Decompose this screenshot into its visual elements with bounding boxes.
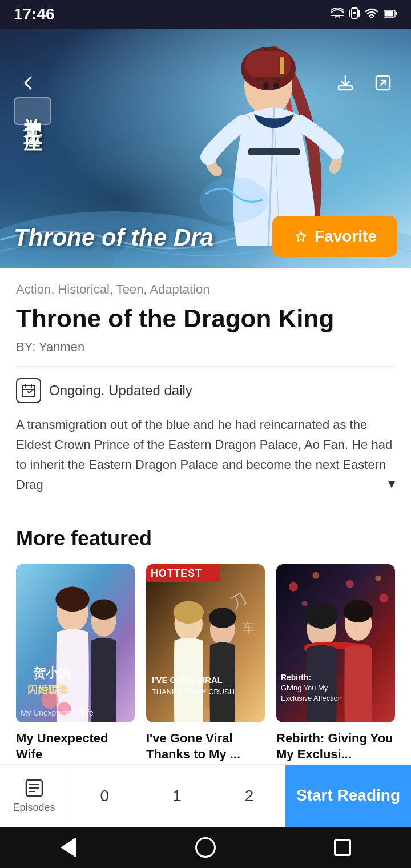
nav-home-button[interactable] <box>188 830 223 865</box>
page-num-0[interactable]: 0 <box>89 775 121 817</box>
featured-item-2[interactable]: HOTTEST I'VE GONE VIRAL THANKS TO MY CRU… <box>146 564 265 763</box>
svg-text:Exclusive Affection: Exclusive Affection <box>281 693 342 702</box>
svg-rect-1 <box>336 16 339 18</box>
featured-name-1: My Unexpected Wife <box>16 730 135 763</box>
status-icon-box <box>16 378 41 403</box>
featured-section: More featured <box>0 509 411 775</box>
wifi-icon <box>365 8 378 21</box>
svg-text:车: 车 <box>242 620 255 634</box>
system-nav-bar <box>0 827 411 868</box>
page-numbers: 0 1 2 <box>68 775 285 817</box>
svg-point-51 <box>375 575 381 581</box>
svg-rect-8 <box>385 11 393 16</box>
svg-point-55 <box>306 604 337 629</box>
back-button[interactable] <box>14 69 42 97</box>
expand-description-button[interactable]: ▾ <box>382 473 395 495</box>
bottom-bar: Episodes 0 1 2 Start Reading <box>0 764 411 827</box>
svg-rect-36 <box>146 564 265 722</box>
featured-name-2: I've Gone Viral Thanks to My ... <box>146 730 265 763</box>
svg-point-30 <box>90 599 118 620</box>
featured-grid: 贺小的 闪婚暖妻 My Unexpected Wife My Unexpecte… <box>16 564 395 763</box>
featured-name-3: Rebirth: Giving You My Exclusi... <box>276 730 395 763</box>
svg-point-52 <box>302 601 308 606</box>
svg-text:THANKS TO MY CRUSH: THANKS TO MY CRUSH <box>152 687 235 696</box>
svg-point-6 <box>370 17 373 18</box>
download-button[interactable] <box>331 69 360 97</box>
svg-point-18 <box>263 82 269 89</box>
svg-point-57 <box>344 600 373 622</box>
svg-text:My Unexpected Wife: My Unexpected Wife <box>21 708 94 717</box>
svg-point-53 <box>379 593 388 602</box>
featured-cover-1: 贺小的 闪婚暖妻 My Unexpected Wife <box>16 564 135 722</box>
status-bar: 17:46 <box>0 0 411 29</box>
featured-title: More featured <box>16 527 395 550</box>
share-button[interactable] <box>369 69 397 97</box>
page-num-2[interactable]: 2 <box>233 775 265 817</box>
status-time: 17:46 <box>14 5 55 23</box>
start-reading-button[interactable]: Start Reading <box>285 765 411 827</box>
status-text: Ongoing. Updated daily <box>49 383 192 399</box>
manga-info-section: Action, Historical, Teen, Adaptation Thr… <box>0 268 411 495</box>
svg-rect-22 <box>339 86 352 90</box>
svg-point-19 <box>273 82 279 89</box>
svg-point-28 <box>55 586 89 612</box>
hero-banner: 神龙 王座 Throne of the Dra <box>0 29 411 268</box>
favorite-label: Favorite <box>315 227 377 246</box>
vibrate-icon <box>349 7 360 22</box>
favorite-button[interactable]: Favorite <box>272 216 397 257</box>
manga-tags: Action, Historical, Teen, Adaptation <box>16 282 395 297</box>
nav-back-button[interactable] <box>51 830 86 865</box>
battery-icon <box>384 9 397 21</box>
svg-rect-5 <box>358 10 360 17</box>
divider-1 <box>16 366 395 367</box>
featured-item-1[interactable]: 贺小的 闪婚暖妻 My Unexpected Wife My Unexpecte… <box>16 564 135 763</box>
svg-point-42 <box>209 608 236 628</box>
featured-cover-2: HOTTEST I'VE GONE VIRAL THANKS TO MY CRU… <box>146 564 265 722</box>
svg-text:I'VE GONE VIRAL: I'VE GONE VIRAL <box>152 676 223 685</box>
svg-rect-3 <box>353 12 356 14</box>
svg-rect-15 <box>280 57 284 74</box>
svg-text:HOTTEST: HOTTEST <box>151 567 202 578</box>
hero-banner-title: Throne of the Dra <box>14 224 213 251</box>
episodes-label: Episodes <box>13 802 55 814</box>
svg-point-48 <box>289 582 298 591</box>
nav-recents-button[interactable] <box>325 830 360 865</box>
svg-point-40 <box>174 601 204 624</box>
page-num-1[interactable]: 1 <box>161 775 193 817</box>
status-icons <box>331 7 397 22</box>
episodes-tab[interactable]: Episodes <box>0 765 68 827</box>
svg-rect-20 <box>248 148 300 155</box>
svg-rect-9 <box>396 12 397 15</box>
svg-rect-24 <box>22 385 35 397</box>
svg-text:Rebirth:: Rebirth: <box>281 673 311 682</box>
svg-point-50 <box>346 580 354 588</box>
episodes-icon <box>24 778 45 798</box>
status-row: Ongoing. Updated daily <box>16 378 395 403</box>
hero-logo: 神龙 王座 <box>14 97 51 125</box>
description-text: A transmigration out of the blue and he … <box>16 415 395 495</box>
description-container: A transmigration out of the blue and he … <box>16 415 395 495</box>
svg-point-21 <box>200 177 268 223</box>
svg-text:闪婚暖妻: 闪婚暖妻 <box>27 684 69 695</box>
cast-icon <box>331 8 344 21</box>
hero-action-buttons <box>331 69 397 97</box>
svg-text:贺小的: 贺小的 <box>33 666 71 680</box>
svg-text:Giving You My: Giving You My <box>281 683 328 692</box>
manga-title: Throne of the Dragon King <box>16 304 395 334</box>
svg-rect-4 <box>349 10 350 17</box>
svg-point-49 <box>312 572 319 578</box>
featured-item-3[interactable]: Rebirth: Giving You My Exclusive Affecti… <box>276 564 395 763</box>
manga-author: BY: Yanmen <box>16 340 395 355</box>
featured-cover-3: Rebirth: Giving You My Exclusive Affecti… <box>276 564 395 722</box>
